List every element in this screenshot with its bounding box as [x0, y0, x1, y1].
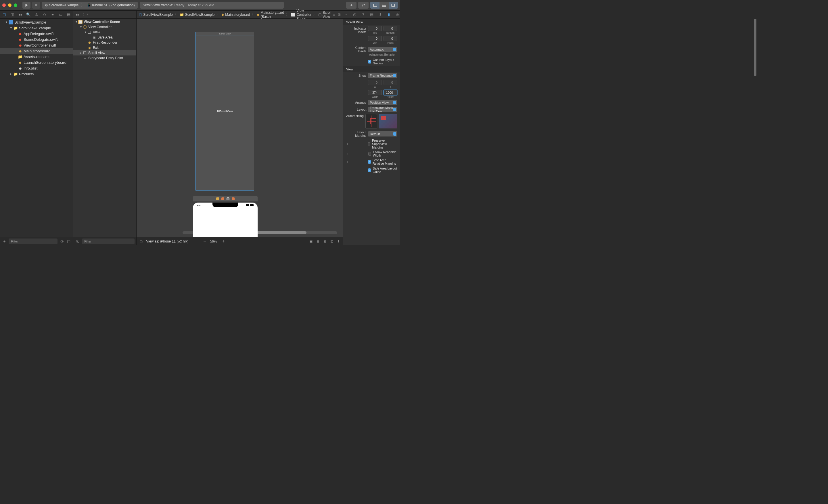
zoom-in-button[interactable]: ＋: [221, 238, 226, 244]
outline-exit[interactable]: ▣Exit: [73, 45, 136, 50]
layout-select[interactable]: Translates Mask Into Con...: [368, 107, 397, 112]
content-layout-guides-checkbox[interactable]: ✓: [368, 60, 371, 63]
interface-builder-canvas[interactable]: Scroll View UIScrollView 9:41: [136, 19, 343, 237]
canvas-horizontal-scrollbar[interactable]: [182, 231, 337, 234]
project-navigator-icon[interactable]: ▢: [2, 12, 7, 17]
help-inspector-tab[interactable]: ?: [361, 12, 366, 17]
follow-readable-checkbox[interactable]: [368, 152, 371, 156]
jump-item-3[interactable]: ◆Main.storyboard: [221, 13, 250, 17]
file-inspector-tab[interactable]: ▫: [343, 12, 349, 17]
scm-filter-button[interactable]: ▢: [66, 239, 71, 244]
issue-navigator-icon[interactable]: ⚠: [34, 12, 39, 17]
test-navigator-icon[interactable]: ◇: [42, 12, 47, 17]
tree-project-root[interactable]: ▼ScrollViewExample: [0, 19, 73, 25]
connections-inspector-tab[interactable]: ⊙: [395, 12, 400, 17]
add-variation-button-2[interactable]: +: [346, 152, 349, 155]
library-button[interactable]: ＋: [346, 2, 357, 9]
identity-inspector-tab[interactable]: ▤: [369, 12, 375, 17]
inset-bottom-input[interactable]: [383, 26, 397, 31]
attributes-inspector-tab[interactable]: ⬇: [377, 12, 383, 17]
canvas-phone-frame[interactable]: 9:41: [193, 196, 258, 237]
tree-file-mainstoryboard[interactable]: ◆Main.storyboard: [0, 48, 73, 54]
back-icon[interactable]: 〈: [81, 12, 85, 17]
content-insets-select[interactable]: Automatic: [368, 47, 397, 52]
layout-margins-select[interactable]: Default: [368, 131, 397, 136]
inset-top-input[interactable]: [368, 26, 382, 31]
outline-viewcontroller[interactable]: ▼View Controller: [73, 25, 136, 30]
related-items-icon[interactable]: ⚏: [76, 12, 79, 17]
preserve-superview-checkbox[interactable]: [368, 142, 370, 146]
outline-entrypoint[interactable]: →Storyboard Entry Point: [73, 55, 136, 61]
height-input[interactable]: [383, 90, 397, 95]
outline-scene[interactable]: ▼⬜View Controller Scene: [73, 19, 136, 25]
tree-products[interactable]: ▶📁Products: [0, 71, 73, 77]
safe-relative-checkbox[interactable]: ✓: [368, 160, 371, 164]
outline-filter-icon[interactable]: ⦿: [75, 239, 80, 244]
resolve-issues-button[interactable]: ⊟: [323, 239, 326, 243]
tree-file-scenedelegate[interactable]: ◆SceneDelegate.swift: [0, 37, 73, 42]
extra-dock-icon[interactable]: [232, 197, 235, 200]
vc-dock-icon[interactable]: [216, 197, 219, 200]
jump-item-4[interactable]: ◆Main.story...ard (Base): [257, 11, 284, 19]
size-inspector-tab[interactable]: ▮: [386, 12, 392, 17]
zoom-out-button[interactable]: −: [203, 239, 206, 244]
breakpoint-navigator-icon[interactable]: ▭: [58, 12, 63, 17]
outline-safearea[interactable]: ▣Safe Area: [73, 35, 136, 40]
forward-icon[interactable]: 〉: [86, 12, 90, 17]
stop-button[interactable]: [32, 2, 40, 9]
add-file-button[interactable]: ＋: [2, 239, 7, 244]
toggle-bottom-panel[interactable]: [379, 2, 389, 9]
toggle-outline-button[interactable]: ▢: [139, 239, 142, 243]
viewas-label[interactable]: View as: iPhone 11 (wC hR): [146, 239, 188, 243]
inset-right-input[interactable]: [383, 36, 397, 41]
tree-file-viewcontroller[interactable]: ◆ViewController.swift: [0, 42, 73, 48]
debug-navigator-icon[interactable]: ≡: [50, 12, 55, 17]
tree-file-assets[interactable]: 📁Assets.xcassets: [0, 54, 73, 59]
tree-file-appdelegate[interactable]: ◆AppDelegate.swift: [0, 31, 73, 37]
embed-button[interactable]: ⊡: [330, 239, 333, 243]
responder-dock-icon[interactable]: [221, 197, 224, 200]
add-variation-button-3[interactable]: +: [346, 160, 349, 164]
maximize-window-button[interactable]: [14, 3, 17, 7]
inset-left-input[interactable]: [368, 36, 382, 41]
navigator-filter-input[interactable]: [9, 238, 57, 244]
close-window-button[interactable]: [2, 3, 6, 7]
tree-folder[interactable]: ▼📁ScrollViewExample: [0, 25, 73, 31]
outline-view[interactable]: ▼View: [73, 30, 136, 35]
tree-file-launchscreen[interactable]: ◆LaunchScreen.storyboard: [0, 59, 73, 65]
jump-item-6[interactable]: ▢Scroll View: [318, 11, 331, 19]
report-navigator-icon[interactable]: ▤: [66, 12, 71, 17]
toggle-right-panel[interactable]: [389, 2, 398, 9]
exit-dock-icon[interactable]: [226, 197, 230, 200]
safe-guide-checkbox[interactable]: ✓: [368, 168, 371, 172]
code-review-button[interactable]: ⇄: [358, 2, 369, 9]
add-editor-icon[interactable]: ⊞: [338, 13, 341, 17]
find-navigator-icon[interactable]: 🔍: [26, 12, 31, 17]
canvas-scrollview-object[interactable]: Scroll View UIScrollView: [196, 32, 254, 190]
toggle-left-panel[interactable]: [370, 2, 379, 9]
source-control-navigator-icon[interactable]: ◫: [10, 12, 15, 17]
adjust-editor-icon[interactable]: ≡: [333, 13, 335, 17]
activity-status[interactable]: ScrollViewExample: Ready | Today at 7:29…: [140, 2, 284, 9]
autoresizing-mask-control[interactable]: [365, 114, 377, 129]
add-variation-button-1[interactable]: +: [346, 142, 349, 146]
scheme-selector[interactable]: ⚙ ScrollViewExample 〉 📱 iPhone SE (2nd g…: [42, 2, 138, 9]
align-button[interactable]: ▣: [309, 239, 313, 243]
outline-scrollview[interactable]: ▶Scroll View: [73, 50, 136, 55]
jump-item-1[interactable]: ▢ScrollViewExample: [139, 13, 173, 17]
symbol-navigator-icon[interactable]: ⚏: [18, 12, 23, 17]
stack-button[interactable]: ⬇: [337, 239, 340, 243]
run-button[interactable]: [23, 2, 31, 9]
width-input[interactable]: [368, 90, 382, 95]
zoom-level[interactable]: 56%: [210, 239, 217, 243]
arrange-select[interactable]: Position View: [368, 100, 397, 105]
recent-filter-button[interactable]: ◷: [59, 239, 65, 244]
outline-firstresponder[interactable]: ⬢First Responder: [73, 40, 136, 45]
jump-item-2[interactable]: 📁ScrollViewExample: [180, 13, 215, 17]
pin-button[interactable]: ⊞: [317, 239, 320, 243]
outline-filter-input[interactable]: [82, 238, 134, 244]
minimize-window-button[interactable]: [8, 3, 11, 7]
tree-file-infoplist[interactable]: ◆Info.plist: [0, 65, 73, 71]
history-inspector-tab[interactable]: ◷: [352, 12, 358, 17]
show-select[interactable]: Frame Rectangle: [368, 73, 397, 78]
